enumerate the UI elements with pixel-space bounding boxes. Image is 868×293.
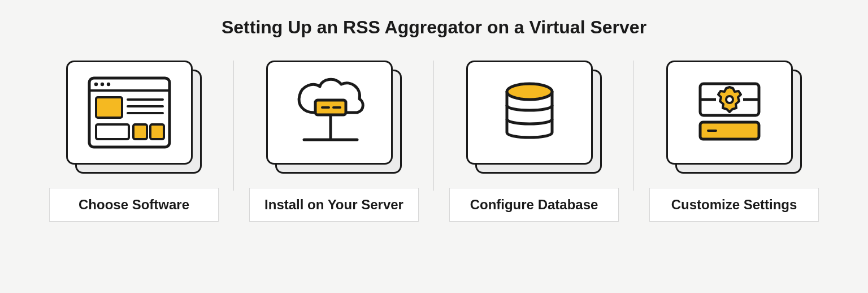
step-label: Choose Software [49, 188, 219, 222]
svg-rect-10 [133, 124, 147, 139]
svg-rect-5 [96, 97, 122, 118]
step-customize-settings: Customize Settings [634, 61, 834, 222]
svg-point-17 [507, 84, 552, 100]
gear-settings-icon [690, 76, 769, 149]
svg-point-3 [101, 83, 104, 86]
page-title: Setting Up an RSS Aggregator on a Virtua… [34, 17, 834, 38]
card-stack [266, 61, 402, 174]
database-icon [496, 76, 563, 149]
card-stack [666, 61, 802, 174]
svg-point-21 [726, 96, 733, 103]
cloud-download-icon [287, 73, 372, 152]
svg-point-2 [94, 83, 98, 86]
svg-rect-9 [96, 124, 129, 139]
card-stack [466, 61, 602, 174]
step-choose-software: Choose Software [34, 61, 234, 222]
front-card [666, 61, 793, 165]
steps-row: Choose Software Install on Your Serve [34, 61, 834, 222]
front-card [466, 61, 593, 165]
svg-rect-11 [150, 124, 164, 139]
browser-layout-icon [87, 76, 172, 149]
front-card [66, 61, 193, 165]
step-label: Customize Settings [649, 188, 819, 222]
front-card [266, 61, 393, 165]
step-label: Install on Your Server [249, 188, 419, 222]
step-install-server: Install on Your Server [234, 61, 434, 222]
step-label: Configure Database [449, 188, 619, 222]
svg-point-4 [107, 83, 110, 86]
step-configure-database: Configure Database [434, 61, 634, 222]
card-stack [66, 61, 202, 174]
